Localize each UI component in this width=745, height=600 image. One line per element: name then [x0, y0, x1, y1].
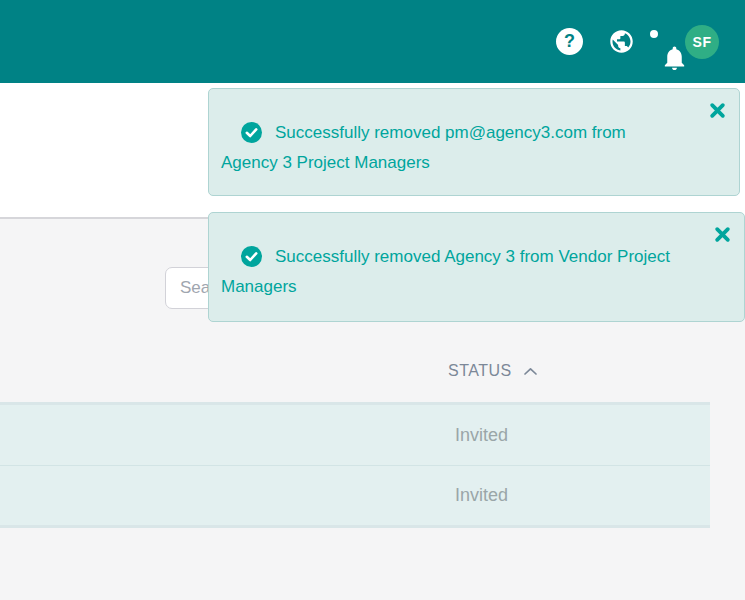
avatar: SF: [685, 25, 719, 59]
status-badge: Invited: [455, 425, 508, 446]
help-icon-glyph: ?: [564, 31, 575, 52]
avatar-initials: SF: [693, 34, 712, 50]
table-row[interactable]: Invited: [0, 405, 710, 465]
globe-icon: [608, 28, 635, 55]
language-button[interactable]: [608, 28, 635, 55]
close-icon[interactable]: [709, 102, 726, 119]
sort-ascending-icon: [523, 367, 538, 376]
user-avatar-button[interactable]: SF: [685, 25, 719, 59]
toast-message: Successfully removed pm@agency3.com from…: [221, 123, 626, 172]
help-button[interactable]: ?: [556, 28, 583, 55]
success-check-icon: [241, 246, 262, 274]
table-row[interactable]: Invited: [0, 465, 710, 525]
status-column-label: STATUS: [448, 362, 512, 380]
close-icon[interactable]: [714, 226, 731, 243]
top-navbar: ? SF: [0, 0, 745, 83]
status-badge: Invited: [455, 485, 508, 506]
success-toast: Successfully removed Agency 3 from Vendo…: [208, 212, 745, 322]
toast-content: Successfully removed Agency 3 from Vendo…: [209, 213, 744, 299]
help-icon: ?: [556, 28, 583, 55]
members-table: Invited Invited: [0, 402, 710, 528]
success-toast: Successfully removed pm@agency3.com from…: [208, 88, 740, 196]
toast-message: Successfully removed Agency 3 from Vendo…: [221, 247, 670, 296]
app-window: ? SF: [0, 0, 745, 600]
toast-content: Successfully removed pm@agency3.com from…: [209, 89, 739, 175]
navbar-icon-group: ? SF: [556, 0, 719, 83]
status-column-header[interactable]: STATUS: [448, 362, 538, 380]
success-check-icon: [241, 122, 262, 150]
unread-dot-icon: [648, 28, 660, 40]
